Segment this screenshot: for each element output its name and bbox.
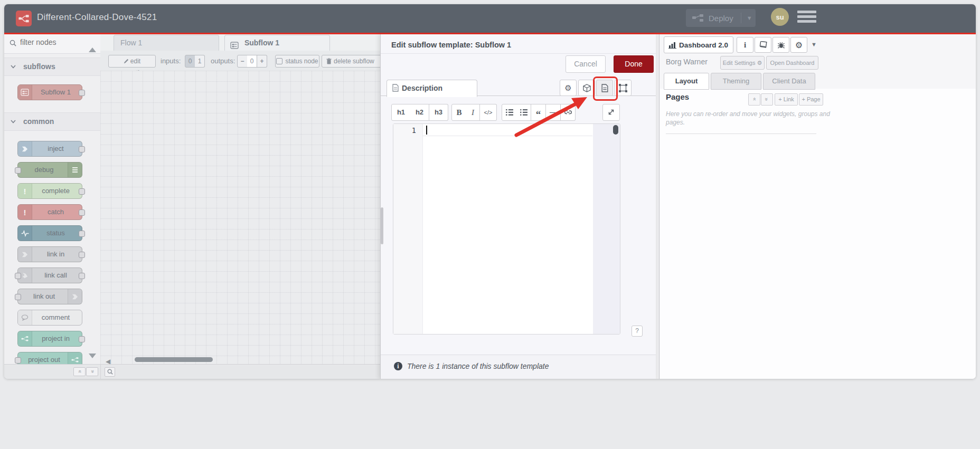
gear-icon: ⚙ (795, 40, 803, 50)
done-button[interactable]: Done (614, 55, 654, 73)
node-label: comment (32, 310, 80, 325)
outputs-increase-button[interactable]: + (257, 55, 267, 68)
header: Different-Collared-Dove-4521 Deploy ▼ su (4, 4, 976, 33)
tray-resize-grip[interactable] (381, 207, 383, 244)
palette-scroll-down-icon[interactable] (89, 354, 96, 358)
md-code-button[interactable]: </> (480, 104, 497, 121)
pages-expand-all-button[interactable]: » (761, 93, 773, 106)
palette-node-complete[interactable]: ! complete (17, 183, 82, 199)
sidebar-tab-layout[interactable]: Layout (664, 73, 709, 90)
document-icon (392, 84, 399, 92)
node-input-port (15, 294, 21, 300)
md-ordered-list-button[interactable] (502, 104, 517, 121)
palette-scroll-up-icon[interactable] (89, 47, 96, 52)
deploy-button[interactable]: Deploy ▼ (686, 9, 756, 27)
sidebar-tab-config-button[interactable]: ⚙ (790, 37, 807, 53)
sidebar-tab-help-button[interactable] (755, 37, 771, 53)
node-label: complete (32, 184, 80, 198)
text-cursor (426, 126, 427, 135)
open-dashboard-button[interactable]: Open Dashboard (766, 56, 818, 70)
search-icon (10, 40, 16, 46)
node-red-logo-icon (16, 11, 32, 26)
sidebar-tabs-caret-icon[interactable]: ▼ (811, 41, 817, 47)
deploy-caret-icon[interactable]: ▼ (741, 13, 752, 23)
palette-node-debug[interactable]: debug (17, 162, 82, 178)
palette-category-subflows[interactable]: subflows (4, 58, 100, 76)
md-h3-button[interactable]: h3 (429, 104, 448, 121)
pages-section-title: Pages (666, 92, 689, 101)
zoom-search-button[interactable] (105, 367, 115, 377)
md-hr-button[interactable]: ― (546, 104, 561, 121)
palette-filter (4, 34, 100, 54)
sidebar-tab-info-button[interactable]: i (737, 37, 753, 53)
sidebar-tab-debug-button[interactable] (772, 37, 789, 53)
md-italic-button[interactable]: I (466, 104, 480, 121)
node-output-port (79, 231, 85, 237)
link-chain-icon (561, 110, 575, 114)
tab-description[interactable]: Description (387, 80, 477, 97)
md-link-button[interactable] (561, 104, 576, 121)
palette-node-subflow-1[interactable]: Subflow 1 (17, 84, 82, 100)
palette-node-link-call[interactable]: link call (17, 268, 82, 283)
tab-label: Flow 1 (120, 39, 142, 47)
inputs-option-0[interactable]: 0 (185, 55, 195, 68)
pencil-icon (124, 59, 129, 64)
book-icon (759, 41, 767, 49)
sidebar-tab-dashboard[interactable]: Dashboard 2.0 (664, 36, 733, 53)
node-output-port (79, 188, 85, 195)
md-quote-button[interactable]: “ (531, 104, 546, 121)
editor-scrollbar-thumb[interactable] (613, 125, 618, 135)
flow-canvas[interactable] (100, 71, 380, 364)
palette-node-catch[interactable]: ! catch (17, 204, 82, 220)
bug-icon (777, 41, 785, 49)
palette-node-project-in[interactable]: project in (17, 331, 82, 347)
palette-node-link-out[interactable]: link out (17, 289, 82, 304)
add-page-button[interactable]: + Page (799, 93, 823, 106)
outputs-decrease-button[interactable]: − (237, 55, 248, 68)
status-node-toggle[interactable]: status node (275, 55, 319, 68)
bar-chart-icon (668, 42, 676, 49)
edit-properties-button[interactable]: edit properties (108, 55, 156, 68)
node-red-icon (18, 331, 32, 346)
instance-count-text: There is 1 instance of this subflow temp… (407, 362, 549, 370)
md-h2-button[interactable]: h2 (410, 104, 429, 121)
filter-nodes-input[interactable] (19, 37, 95, 47)
description-editor[interactable]: 1 (393, 123, 620, 335)
md-expand-button[interactable] (602, 104, 620, 121)
node-label: inject (32, 141, 80, 156)
edit-properties-tab-button[interactable]: ⚙ (560, 80, 577, 96)
palette-node-comment[interactable]: comment (17, 310, 82, 326)
arrow-right-icon (18, 141, 32, 156)
editor-help-button[interactable]: ? (632, 326, 643, 337)
expand-palette-categories-button[interactable]: » (86, 367, 98, 376)
node-output-port (79, 273, 85, 279)
pages-help-text: Here you can re-order and move your widg… (666, 110, 840, 127)
cancel-button[interactable]: Cancel (566, 55, 606, 73)
md-unordered-list-button[interactable] (516, 104, 531, 121)
tab-subflow-1[interactable]: Subflow 1 (224, 35, 330, 51)
palette-node-inject[interactable]: inject (17, 141, 82, 157)
double-chevron-down-icon: » (762, 98, 772, 101)
sidebar-tab-theming[interactable]: Theming (711, 73, 761, 90)
tab-flow-1[interactable]: Flow 1 (114, 35, 219, 51)
sidebar-tab-client-data[interactable]: Client Data (763, 73, 815, 90)
md-bold-button[interactable]: B (451, 104, 467, 121)
palette-node-link-in[interactable]: link in (17, 246, 82, 262)
collapse-palette-categories-button[interactable]: « (73, 367, 86, 376)
checkbox-icon (276, 58, 282, 64)
inputs-option-1[interactable]: 1 (195, 55, 205, 68)
add-link-button[interactable]: + Link (775, 93, 798, 106)
palette-category-common[interactable]: common (4, 112, 100, 131)
main-menu-button[interactable] (797, 11, 816, 25)
screenshot-root: Different-Collared-Dove-4521 Deploy ▼ su (0, 0, 980, 449)
quote-icon: “ (536, 109, 541, 120)
pages-collapse-all-button[interactable]: » (748, 93, 760, 106)
user-avatar[interactable]: su (771, 8, 789, 26)
canvas-horizontal-scrollbar[interactable] (135, 357, 213, 362)
ordered-list-icon (502, 109, 516, 116)
link-arrow-icon (18, 247, 32, 262)
edit-settings-button[interactable]: Edit Settings ⚙ (720, 56, 765, 70)
md-h1-button[interactable]: h1 (391, 104, 411, 121)
palette-sidebar: subflows Subflow 1 common inject de (4, 34, 101, 364)
palette-node-status[interactable]: status (17, 225, 82, 241)
